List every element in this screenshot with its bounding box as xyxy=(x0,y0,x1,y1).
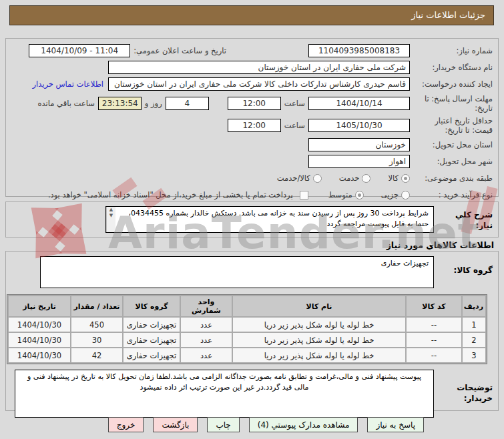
row-buyer-notes: توضیحات خریدار: پیوست پیشنهاد فنی و مالی… xyxy=(11,370,493,418)
delivery-city-field[interactable]: اهواز xyxy=(308,155,410,168)
row-price-validity: حداقل تاریخ اعتبار قیمت: تا تاریخ: 1405/… xyxy=(10,115,493,135)
goods-table-header-row: ردیف کد کالا نام کالا واحد شمارش گروه کا… xyxy=(9,296,485,316)
price-validity-date-field[interactable]: 1405/10/30 xyxy=(308,119,410,132)
cell-code: -- xyxy=(407,348,461,362)
table-row: 3 -- خط لوله یا لوله شکل پذیر زیر دریا ع… xyxy=(9,348,485,362)
row-goods-group: گروه کالا: تجهیزات حفاری xyxy=(11,256,493,288)
delivery-province-label: استان محل تحویل: xyxy=(410,140,493,149)
scroll-up-icon[interactable]: ▲ xyxy=(109,207,113,213)
announce-datetime-label: تاریخ و ساعت اعلان عمومي: xyxy=(134,46,226,55)
row-need-number: شماره نیاز: 1104093985008183 تاریخ و ساع… xyxy=(10,43,493,58)
response-deadline-label: مهلت ارسال پاسخ: تا تاریخ: xyxy=(410,94,493,113)
subject-class-radio-goods[interactable] xyxy=(401,174,410,183)
need-number-field[interactable]: 1104093985008183 xyxy=(308,44,410,57)
row-buyer-org: نام دستگاه خریدار: شرکت ملی حفاری ایران … xyxy=(10,60,493,75)
col-goods-group: گروه کالا xyxy=(123,296,180,316)
need-desc-label: شرح کلي نیاز: xyxy=(434,206,493,231)
goods-group-label: گروه کالا: xyxy=(434,256,493,276)
need-details-page: { "title_bar": { "text": "جزئیات اطلاعات… xyxy=(0,0,504,439)
need-info-groupbox: شماره نیاز: 1104093985008183 تاریخ و ساع… xyxy=(5,38,499,197)
buyer-org-field[interactable]: شرکت ملی حفاری ایران در استان خوزستان xyxy=(108,61,410,74)
purchase-process-radio-minor[interactable] xyxy=(401,191,410,199)
action-buttons: پاسخ به نیاز مشاهده مدارک پیوستي (4) چاپ… xyxy=(108,417,424,432)
need-desc-groupbox: شرح کلي نیاز: شرایط پرداخت 30 روز پس از … xyxy=(5,201,499,238)
purchase-process-option-medium: متوسط xyxy=(328,190,352,199)
cell-name: خط لوله یا لوله شکل پذیر زیر دریا xyxy=(233,318,405,332)
row-purchase-process: نوع فرآیند خرید : جزیی متوسط پرداخت تمام… xyxy=(10,187,493,202)
buyer-org-label: نام دستگاه خریدار: xyxy=(410,63,493,72)
purchase-process-label: نوع فرآیند خرید : xyxy=(410,190,493,199)
delivery-city-label: شهر محل تحویل: xyxy=(410,157,493,166)
buyer-contact-link[interactable]: اطلاعات تماس خریدار xyxy=(32,79,103,89)
cell-unit: عدد xyxy=(181,348,232,362)
treasury-payment-checkbox[interactable] xyxy=(300,191,308,199)
response-deadline-hour-label: ساعت xyxy=(284,99,305,108)
col-row-number: ردیف xyxy=(463,296,485,316)
remaining-days-field: 4 xyxy=(166,97,209,110)
cell-date: 1404/10/30 xyxy=(9,333,70,347)
cell-row: 2 xyxy=(463,333,485,347)
row-need-desc: شرح کلي نیاز: شرایط پرداخت 30 روز پس از … xyxy=(11,206,493,233)
buyer-notes-textarea[interactable]: پیوست پیشنهاد فنی و مالی،غرامت و تطابق ن… xyxy=(15,370,434,418)
cell-row: 1 xyxy=(463,318,485,332)
cell-qty: 450 xyxy=(71,318,122,332)
goods-group-textarea[interactable]: تجهیزات حفاری xyxy=(40,256,434,288)
buyer-notes-text: پیوست پیشنهاد فنی و مالی،غرامت و تطابق ن… xyxy=(27,372,421,392)
subject-class-label: طبقه بندی موضوعی: xyxy=(410,173,493,183)
exit-button[interactable]: خروج xyxy=(108,417,144,432)
treasury-payment-label: پرداخت تمام یا بخشی از مبلغ خرید،از محل … xyxy=(48,190,293,199)
page-title: جزئیات اطلاعات نیاز xyxy=(9,5,494,25)
request-creator-field[interactable]: قاسم حیدری کارشناس تدارکات داخلی کالا شر… xyxy=(108,77,410,91)
goods-group-text: تجهیزات حفاری xyxy=(381,259,429,268)
row-request-creator: ایجاد کننده درخواست: قاسم حیدری کارشناس … xyxy=(10,77,493,91)
buyer-notes-label: توضیحات خریدار: xyxy=(434,370,493,404)
view-attachments-button[interactable]: مشاهده مدارک پیوستي (4) xyxy=(249,417,358,432)
subject-class-radio-service[interactable] xyxy=(362,174,370,183)
goods-groupbox: گروه کالا: تجهیزات حفاری ردیف کد کالا نا… xyxy=(5,251,499,411)
row-subject-class: طبقه بندی موضوعی: کالا خدمت کالا/خدمت xyxy=(10,171,493,185)
cell-name: خط لوله یا لوله شکل پذیر زیر دریا xyxy=(233,333,405,347)
row-delivery-city: شهر محل تحویل: اهواز xyxy=(10,154,493,169)
purchase-process-radio-medium[interactable] xyxy=(355,191,364,199)
col-quantity: تعداد / مقدار xyxy=(71,296,122,316)
col-goods-code: کد کالا xyxy=(407,296,461,316)
cell-unit: عدد xyxy=(181,318,232,332)
delivery-province-field[interactable]: خوزستان xyxy=(308,138,410,151)
subject-class-option-goods-service: کالا/خدمت xyxy=(277,173,310,183)
goods-section-header: اطلاعات کالاهاي مورد نیاز xyxy=(5,240,499,250)
price-validity-time-field[interactable]: 12:00 xyxy=(228,119,281,132)
col-goods-name: نام کالا xyxy=(233,296,405,316)
back-button[interactable]: بازگشت xyxy=(153,417,198,432)
row-response-deadline: مهلت ارسال پاسخ: تا تاریخ: 1404/10/14 سا… xyxy=(10,93,493,113)
subject-class-radio-goods-service[interactable] xyxy=(313,174,322,183)
table-row: 1 -- خط لوله یا لوله شکل پذیر زیر دریا ع… xyxy=(9,318,485,332)
remaining-days-label: روز و xyxy=(145,99,162,108)
cell-code: -- xyxy=(407,318,461,332)
need-desc-text: شرایط پرداخت 30 روز پس از رسیدن سند به خ… xyxy=(128,209,429,228)
table-row: 2 -- خط لوله یا لوله شکل پذیر زیر دریا ع… xyxy=(9,333,485,347)
row-delivery-province: استان محل تحویل: خوزستان xyxy=(10,137,493,152)
announce-datetime-field[interactable]: 1404/10/09 - 11:04 xyxy=(29,44,130,57)
request-creator-label: ایجاد کننده درخواست: xyxy=(410,79,493,89)
remaining-time-field: 23:13:54 xyxy=(98,97,142,110)
response-deadline-time-field[interactable]: 12:00 xyxy=(228,97,281,110)
need-number-label: شماره نیاز: xyxy=(410,46,493,55)
price-validity-label: حداقل تاریخ اعتبار قیمت: تا تاریخ: xyxy=(410,116,493,135)
textarea-scrollbar[interactable]: ▲▼ xyxy=(106,207,115,232)
response-deadline-date-field[interactable]: 1404/10/14 xyxy=(308,97,410,110)
cell-group: تجهیزات حفاری xyxy=(123,318,180,332)
cell-unit: عدد xyxy=(181,333,232,347)
purchase-process-option-minor: جزیی xyxy=(381,190,399,199)
scroll-down-icon[interactable]: ▼ xyxy=(109,213,113,219)
subject-class-option-goods: کالا xyxy=(388,173,399,183)
print-button[interactable]: چاپ xyxy=(207,417,239,432)
goods-table: ردیف کد کالا نام کالا واحد شمارش گروه کا… xyxy=(7,294,487,364)
col-need-date: تاریخ نیاز xyxy=(9,296,70,316)
cell-group: تجهیزات حفاری xyxy=(123,333,180,347)
cell-qty: 30 xyxy=(71,333,122,347)
col-count-unit: واحد شمارش xyxy=(181,296,232,316)
respond-button[interactable]: پاسخ به نیاز xyxy=(367,417,424,432)
cell-date: 1404/10/30 xyxy=(9,348,70,362)
cell-group: تجهیزات حفاری xyxy=(123,348,180,362)
need-desc-textarea[interactable]: شرایط پرداخت 30 روز پس از رسیدن سند به خ… xyxy=(105,206,434,233)
